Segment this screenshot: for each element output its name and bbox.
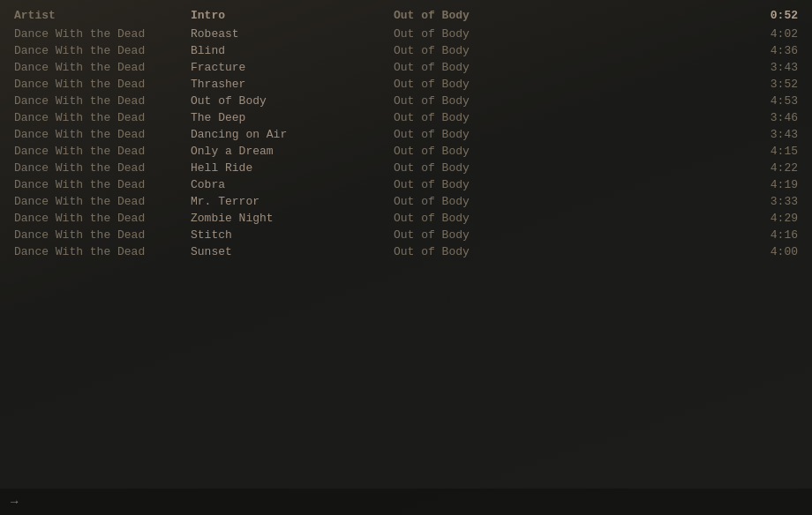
bottom-bar: →	[0, 489, 812, 515]
track-artist: Dance With the Dead	[14, 27, 191, 41]
track-duration: 3:33	[570, 195, 798, 208]
track-duration: 4:53	[570, 94, 798, 108]
track-duration: 4:00	[570, 245, 798, 258]
track-title: Dancing on Air	[191, 128, 394, 141]
table-row[interactable]: Dance With the DeadOnly a DreamOut of Bo…	[0, 143, 812, 160]
duration-col-header: 0:52	[570, 9, 798, 22]
table-row[interactable]: Dance With the DeadBlindOut of Body4:36	[0, 42, 812, 59]
track-duration: 4:15	[570, 145, 798, 158]
track-artist: Dance With the Dead	[14, 161, 191, 175]
track-duration: 4:02	[570, 27, 798, 41]
table-row[interactable]: Dance With the DeadThrasherOut of Body3:…	[0, 76, 812, 93]
track-list: Artist Intro Out of Body 0:52 Dance With…	[0, 0, 812, 267]
track-artist: Dance With the Dead	[14, 78, 191, 91]
track-title: Only a Dream	[191, 145, 394, 158]
track-album: Out of Body	[394, 212, 570, 225]
track-album: Out of Body	[394, 44, 570, 57]
track-title: Mr. Terror	[191, 195, 394, 208]
track-artist: Dance With the Dead	[14, 61, 191, 74]
track-title: The Deep	[191, 111, 394, 124]
arrow-icon: →	[11, 495, 18, 509]
track-album: Out of Body	[394, 245, 570, 258]
track-duration: 3:46	[570, 111, 798, 124]
artist-col-header: Artist	[14, 9, 191, 22]
track-title: Fracture	[191, 61, 394, 74]
track-duration: 4:22	[570, 161, 798, 175]
track-artist: Dance With the Dead	[14, 94, 191, 108]
track-title: Out of Body	[191, 94, 394, 108]
track-duration: 4:36	[570, 44, 798, 57]
track-artist: Dance With the Dead	[14, 195, 191, 208]
track-duration: 4:16	[570, 228, 798, 242]
table-header: Artist Intro Out of Body 0:52	[0, 7, 812, 24]
table-row[interactable]: Dance With the DeadZombie NightOut of Bo…	[0, 210, 812, 227]
table-row[interactable]: Dance With the DeadHell RideOut of Body4…	[0, 160, 812, 176]
track-title: Thrasher	[191, 78, 394, 91]
track-artist: Dance With the Dead	[14, 44, 191, 57]
track-album: Out of Body	[394, 78, 570, 91]
track-artist: Dance With the Dead	[14, 245, 191, 258]
track-duration: 4:29	[570, 212, 798, 225]
track-title: Stitch	[191, 228, 394, 242]
album-col-header: Out of Body	[394, 9, 570, 22]
table-row[interactable]: Dance With the DeadStitchOut of Body4:16	[0, 227, 812, 243]
track-duration: 3:52	[570, 78, 798, 91]
track-duration: 3:43	[570, 128, 798, 141]
title-col-header: Intro	[191, 9, 394, 22]
track-duration: 4:19	[570, 178, 798, 191]
track-album: Out of Body	[394, 161, 570, 175]
track-album: Out of Body	[394, 61, 570, 74]
track-title: Cobra	[191, 178, 394, 191]
track-album: Out of Body	[394, 27, 570, 41]
track-artist: Dance With the Dead	[14, 111, 191, 124]
track-artist: Dance With the Dead	[14, 212, 191, 225]
table-row[interactable]: Dance With the DeadFractureOut of Body3:…	[0, 59, 812, 76]
track-album: Out of Body	[394, 195, 570, 208]
track-album: Out of Body	[394, 111, 570, 124]
table-row[interactable]: Dance With the DeadThe DeepOut of Body3:…	[0, 109, 812, 126]
track-artist: Dance With the Dead	[14, 145, 191, 158]
table-row[interactable]: Dance With the DeadRobeastOut of Body4:0…	[0, 26, 812, 42]
track-title: Sunset	[191, 245, 394, 258]
table-row[interactable]: Dance With the DeadCobraOut of Body4:19	[0, 176, 812, 193]
table-row[interactable]: Dance With the DeadMr. TerrorOut of Body…	[0, 193, 812, 210]
track-title: Zombie Night	[191, 212, 394, 225]
track-artist: Dance With the Dead	[14, 178, 191, 191]
track-album: Out of Body	[394, 94, 570, 108]
track-title: Blind	[191, 44, 394, 57]
table-row[interactable]: Dance With the DeadOut of BodyOut of Bod…	[0, 93, 812, 109]
track-artist: Dance With the Dead	[14, 128, 191, 141]
track-artist: Dance With the Dead	[14, 228, 191, 242]
track-album: Out of Body	[394, 145, 570, 158]
track-title: Robeast	[191, 27, 394, 41]
track-album: Out of Body	[394, 128, 570, 141]
track-duration: 3:43	[570, 61, 798, 74]
track-album: Out of Body	[394, 228, 570, 242]
track-album: Out of Body	[394, 178, 570, 191]
table-row[interactable]: Dance With the DeadSunsetOut of Body4:00	[0, 243, 812, 260]
track-title: Hell Ride	[191, 161, 394, 175]
table-row[interactable]: Dance With the DeadDancing on AirOut of …	[0, 126, 812, 143]
